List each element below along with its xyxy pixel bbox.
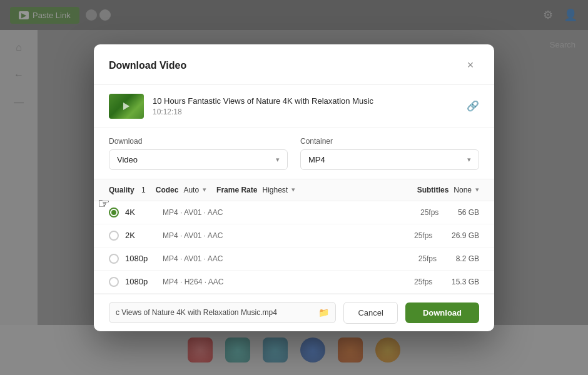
- resolution-row[interactable]: 1080pMP4 · H264 · AAC25fps15.3 GB: [94, 271, 494, 294]
- codec-filter[interactable]: Codec Auto ▾: [156, 186, 206, 194]
- framerate-filter[interactable]: Frame Rate Highest ▾: [216, 186, 295, 194]
- container-label: Container: [300, 137, 479, 146]
- resolution-codec: MP4 · AV01 · AAC: [163, 208, 420, 217]
- download-video-modal: Download Video × 10 Hours Fantastic View…: [94, 44, 494, 331]
- video-details: 10 Hours Fantastic Views of Nature 4K wi…: [153, 96, 458, 116]
- resolution-row[interactable]: 2KMP4 · AV01 · AAC25fps26.9 GB: [94, 224, 494, 248]
- video-duration: 10:12:18: [153, 108, 458, 116]
- video-thumbnail: [109, 94, 144, 119]
- resolution-label: 1080p: [125, 277, 163, 286]
- resolution-row[interactable]: 4KMP4 · AV01 · AAC25fps56 GB: [94, 201, 494, 224]
- container-dropdown[interactable]: MP4 ▾: [300, 149, 479, 170]
- resolution-fps: 25fps: [414, 231, 452, 240]
- quality-filter[interactable]: Quality 1: [109, 186, 146, 194]
- subtitles-filter-label: Subtitles: [417, 186, 449, 194]
- resolution-codec: MP4 · AV01 · AAC: [163, 231, 414, 240]
- download-type-dropdown[interactable]: Video ▾: [109, 149, 288, 170]
- download-button[interactable]: Download: [405, 302, 479, 323]
- quality-count: 1: [141, 186, 146, 194]
- modal-header: Download Video ×: [94, 44, 494, 85]
- modal-overlay: Download Video × 10 Hours Fantastic View…: [0, 0, 588, 375]
- filename-input[interactable]: c Views of Nature 4K with Relaxation Mus…: [109, 302, 336, 323]
- folder-icon[interactable]: 📁: [318, 308, 329, 318]
- resolution-size: 8.2 GB: [456, 254, 479, 263]
- cancel-button[interactable]: Cancel: [343, 302, 397, 324]
- resolution-fps: 25fps: [420, 208, 458, 217]
- radio-button[interactable]: [109, 208, 119, 218]
- cancel-label: Cancel: [358, 308, 383, 318]
- radio-button[interactable]: [109, 231, 119, 241]
- download-label: Download: [423, 308, 462, 318]
- resolution-size: 15.3 GB: [452, 278, 479, 286]
- container-value: MP4: [308, 155, 325, 164]
- selectors-row: Download Video ▾ Container MP4 ▾: [94, 128, 494, 179]
- resolution-row[interactable]: 1080pMP4 · AV01 · AAC25fps8.2 GB: [94, 248, 494, 271]
- quality-filter-value: [137, 186, 139, 194]
- resolution-fps: 25fps: [418, 254, 456, 263]
- codec-filter-label: Codec: [156, 186, 179, 194]
- resolution-label: 2K: [125, 231, 163, 240]
- framerate-chevron-icon: ▾: [291, 186, 295, 194]
- download-type-label: Download: [109, 137, 288, 146]
- resolution-codec: MP4 · H264 · AAC: [163, 278, 414, 286]
- filters-row: Quality 1 Codec Auto ▾ Frame Rate Highes…: [94, 179, 494, 201]
- subtitles-chevron-icon: ▾: [475, 186, 479, 194]
- framerate-filter-value: Highest: [262, 186, 288, 194]
- subtitles-filter-value: None: [454, 186, 472, 194]
- resolution-size: 26.9 GB: [452, 231, 479, 240]
- subtitles-filter[interactable]: Subtitles None ▾: [417, 186, 479, 194]
- chevron-down-icon: ▾: [276, 156, 280, 164]
- container-chevron-icon: ▾: [467, 156, 471, 164]
- close-icon: ×: [467, 59, 474, 72]
- resolution-label: 1080p: [125, 254, 163, 263]
- quality-filter-label: Quality: [109, 186, 134, 194]
- close-button[interactable]: ×: [462, 57, 479, 74]
- framerate-filter-label: Frame Rate: [216, 186, 257, 194]
- video-info-section: 10 Hours Fantastic Views of Nature 4K wi…: [94, 85, 494, 128]
- app-background: ▶ Paste Link ⚙ 👤 ⌂ ← — Search: [0, 0, 588, 375]
- resolution-codec: MP4 · AV01 · AAC: [163, 254, 418, 263]
- modal-title: Download Video: [109, 60, 186, 71]
- resolution-fps: 25fps: [414, 278, 452, 286]
- resolution-size: 56 GB: [458, 208, 479, 217]
- codec-filter-value: Auto: [183, 186, 199, 194]
- copy-link-icon[interactable]: 🔗: [467, 100, 479, 112]
- resolution-list: 4KMP4 · AV01 · AAC25fps56 GB2KMP4 · AV01…: [94, 201, 494, 294]
- codec-chevron-icon: ▾: [203, 186, 206, 194]
- radio-button[interactable]: [109, 254, 119, 264]
- filename-text: c Views of Nature 4K with Relaxation Mus…: [116, 308, 277, 317]
- video-title: 10 Hours Fantastic Views of Nature 4K wi…: [153, 96, 458, 106]
- container-group: Container MP4 ▾: [300, 137, 479, 170]
- radio-button[interactable]: [109, 277, 119, 287]
- download-type-group: Download Video ▾: [109, 137, 288, 170]
- modal-footer: c Views of Nature 4K with Relaxation Mus…: [94, 294, 494, 331]
- download-type-value: Video: [117, 155, 138, 164]
- resolution-label: 4K: [125, 208, 163, 217]
